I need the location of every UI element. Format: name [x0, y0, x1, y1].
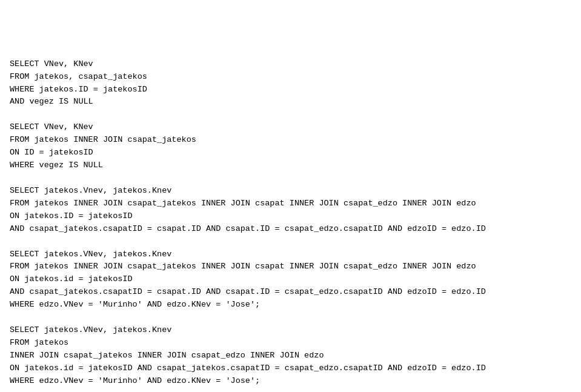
code-line: FROM jatekos INNER JOIN csapat_jatekos I…	[10, 262, 476, 271]
code-line: SELECT jatekos.Vnev, jatekos.Knev	[10, 186, 171, 195]
code-line: WHERE edzo.VNev = 'Murinho' AND edzo.KNe…	[10, 300, 260, 309]
code-line: ON jatekos.ID = jatekosID	[10, 211, 133, 221]
code-line: SELECT jatekos.VNev, jatekos.Knev	[10, 325, 171, 334]
code-line: AND csapat_jatekos.csapatID = csapat.ID …	[10, 224, 486, 233]
code-line: FROM jatekos INNER JOIN csapat_jatekos	[10, 135, 196, 144]
code-line: SELECT VNev, KNev	[10, 59, 93, 68]
code-line: FROM jatekos INNER JOIN csapat_jatekos I…	[10, 199, 476, 208]
code-line: INNER JOIN csapat_jatekos INNER JOIN csa…	[10, 351, 324, 360]
code-line: ON jatekos.id = jatekosID	[10, 274, 133, 284]
code-line: ON jatekos.id = jatekosID AND csapat_jat…	[10, 364, 486, 373]
code-line: AND csapat_jatekos.csapatID = csapat.ID …	[10, 287, 486, 296]
code-line: WHERE jatekos.ID = jatekosID	[10, 85, 147, 94]
code-line: SELECT VNev, KNev	[10, 122, 93, 131]
code-line: AND vegez IS NULL	[10, 97, 93, 106]
code-line: SELECT jatekos.VNev, jatekos.Knev	[10, 250, 171, 259]
code-line: WHERE edzo.VNev = 'Murinho' AND edzo.KNe…	[10, 376, 260, 385]
code-line: FROM jatekos	[10, 338, 68, 347]
sql-code-block: SELECT VNev, KNev FROM jatekos, csapat_j…	[10, 58, 571, 392]
code-line: FROM jatekos, csapat_jatekos	[10, 72, 147, 81]
code-line: ON ID = jatekosID	[10, 148, 93, 157]
code-line: WHERE vegez IS NULL	[10, 161, 103, 170]
